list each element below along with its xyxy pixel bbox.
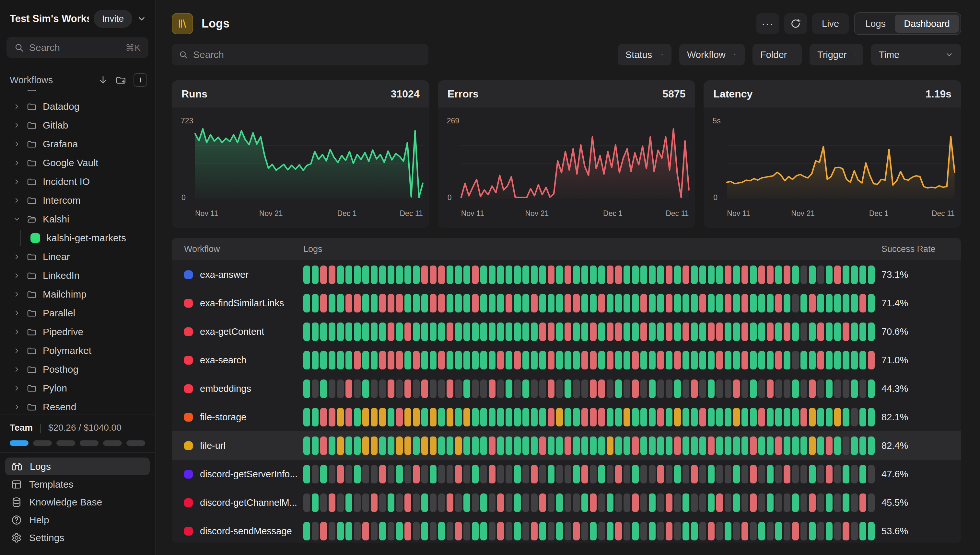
log-bar-success bbox=[868, 522, 875, 541]
log-bar-success bbox=[640, 266, 647, 284]
logs-search[interactable] bbox=[172, 44, 428, 66]
sidebar-workflow-kalshi-get-markets[interactable]: kalshi-get-markets bbox=[0, 229, 155, 247]
workflow-name: exa-findSimilarLinks bbox=[200, 298, 284, 309]
filter-workflow[interactable]: Workflow bbox=[679, 44, 745, 66]
filter-label: Trigger bbox=[817, 50, 847, 60]
log-bar-no-data bbox=[514, 380, 521, 398]
log-bar-success bbox=[480, 408, 487, 427]
sidebar-search-input[interactable]: Search ⌘K bbox=[6, 37, 148, 58]
sidebar-item-help[interactable]: Help bbox=[5, 511, 150, 529]
log-bar-success bbox=[733, 436, 740, 455]
table-row-exa-findsimilarlinks[interactable]: exa-findSimilarLinks71.4% bbox=[172, 289, 961, 317]
log-bar-no-data bbox=[522, 522, 529, 541]
sidebar-folder-linear[interactable]: Linear bbox=[0, 247, 155, 266]
folder-label: Polymarket bbox=[43, 345, 92, 356]
log-bar-success bbox=[505, 436, 512, 455]
log-bar-success bbox=[379, 522, 386, 541]
toggle-option-dashboard[interactable]: Dashboard bbox=[895, 14, 959, 33]
log-bar-error bbox=[666, 322, 673, 341]
search-input[interactable] bbox=[193, 49, 421, 60]
card-header: Errors5875 bbox=[438, 80, 695, 107]
sidebar-folder-clipped[interactable] bbox=[0, 90, 155, 97]
log-bar-success bbox=[632, 294, 639, 313]
log-bar-error bbox=[514, 351, 521, 369]
sidebar-folder-polymarket[interactable]: Polymarket bbox=[0, 341, 155, 360]
refresh-button[interactable] bbox=[784, 13, 807, 34]
table-row-discord-sendmessage[interactable]: discord-sendMessage53.6% bbox=[172, 517, 961, 543]
folder-icon bbox=[27, 195, 37, 205]
log-bar-error bbox=[548, 380, 555, 398]
filter-trigger[interactable]: Trigger bbox=[809, 44, 863, 66]
sidebar-folder-posthog[interactable]: Posthog bbox=[0, 360, 155, 379]
sidebar-folder-gitlab[interactable]: Gitlab bbox=[0, 116, 155, 135]
log-bar-success bbox=[691, 322, 698, 341]
sidebar-folder-pipedrive[interactable]: Pipedrive bbox=[0, 322, 155, 341]
sort-descending-icon[interactable] bbox=[98, 75, 108, 85]
x-axis-ticks: Nov 11Nov 21Dec 1Dec 11 bbox=[461, 209, 689, 219]
log-bar-success bbox=[733, 266, 740, 284]
log-bar-no-data bbox=[497, 465, 504, 483]
log-bar-success bbox=[472, 465, 479, 483]
workflow-color-dot bbox=[184, 299, 193, 308]
log-bar-success bbox=[699, 351, 706, 369]
table-row-discord-getchannelm[interactable]: discord-getChannelM...45.5% bbox=[172, 488, 961, 517]
sidebar-folder-google-vault[interactable]: Google Vault bbox=[0, 154, 155, 172]
log-bar-warning bbox=[362, 408, 369, 427]
sidebar-folder-incident-io[interactable]: Incident IO bbox=[0, 172, 155, 191]
log-bar-success bbox=[346, 266, 352, 284]
log-bar-no-data bbox=[590, 465, 597, 483]
sidebar-folder-intercom[interactable]: Intercom bbox=[0, 191, 155, 210]
log-bar-error bbox=[725, 294, 731, 313]
log-bar-no-data bbox=[851, 494, 858, 512]
chevron-down-icon[interactable] bbox=[137, 14, 146, 24]
tree-guide bbox=[20, 230, 21, 246]
log-bar-no-data bbox=[742, 494, 748, 512]
filter-status[interactable]: Status bbox=[618, 44, 671, 66]
log-bar-success bbox=[463, 436, 470, 455]
workflow-color-dot bbox=[184, 327, 193, 336]
log-bar-no-data bbox=[371, 522, 378, 541]
sidebar-folder-mailchimp[interactable]: Mailchimp bbox=[0, 285, 155, 304]
sidebar-item-logs[interactable]: Logs bbox=[5, 457, 150, 475]
app: Test Sim's Works... Invite Search ⌘K Wor… bbox=[0, 0, 980, 555]
sidebar-item-settings[interactable]: Settings bbox=[5, 529, 150, 547]
sidebar-folder-resend[interactable]: Resend bbox=[0, 398, 155, 414]
workflow-cell: exa-findSimilarLinks bbox=[172, 298, 303, 309]
sidebar-folder-pylon[interactable]: Pylon bbox=[0, 379, 155, 398]
table-row-file-url[interactable]: file-url82.4% bbox=[172, 431, 961, 460]
toggle-option-logs[interactable]: Logs bbox=[856, 14, 895, 33]
log-bar-success bbox=[775, 266, 782, 284]
table-row-exa-search[interactable]: exa-search71.0% bbox=[172, 346, 961, 374]
log-bar-success bbox=[421, 294, 428, 313]
sidebar-folder-kalshi[interactable]: Kalshi bbox=[0, 210, 155, 229]
table-row-file-storage[interactable]: file-storage82.1% bbox=[172, 403, 961, 431]
live-button[interactable]: Live bbox=[812, 13, 849, 34]
sidebar-folder-linkedin[interactable]: LinkedIn bbox=[0, 266, 155, 285]
new-folder-icon[interactable] bbox=[115, 74, 126, 85]
log-bar-error bbox=[346, 408, 352, 427]
sidebar-item-knowledge-base[interactable]: Knowledge Base bbox=[5, 493, 150, 511]
sidebar-folder-parallel[interactable]: Parallel bbox=[0, 304, 155, 322]
sidebar-folder-datadog[interactable]: Datadog bbox=[0, 97, 155, 116]
add-workflow-button[interactable] bbox=[134, 73, 147, 87]
invite-button[interactable]: Invite bbox=[94, 10, 132, 28]
filter-folder[interactable]: Folder bbox=[753, 44, 802, 66]
filter-time[interactable]: Time bbox=[871, 44, 961, 66]
log-bar-no-data bbox=[767, 522, 774, 541]
log-bar-success bbox=[303, 380, 310, 398]
more-options-button[interactable]: ··· bbox=[756, 13, 779, 34]
log-bar-error bbox=[581, 408, 588, 427]
sidebar-folder-grafana[interactable]: Grafana bbox=[0, 135, 155, 154]
table-row-embeddings[interactable]: embeddings44.3% bbox=[172, 374, 961, 403]
log-bar-no-data bbox=[565, 465, 571, 483]
sidebar-item-templates[interactable]: Templates bbox=[5, 475, 150, 493]
filters-row: StatusWorkflowFolderTriggerTime bbox=[618, 44, 961, 66]
table-row-exa-answer[interactable]: exa-answer73.1% bbox=[172, 260, 961, 289]
log-bar-no-data bbox=[573, 494, 580, 512]
log-bar-no-data bbox=[396, 494, 403, 512]
log-bar-no-data bbox=[843, 436, 850, 455]
table-row-exa-getcontent[interactable]: exa-getContent70.6% bbox=[172, 317, 961, 346]
log-bar-no-data bbox=[725, 465, 731, 483]
table-row-discord-getserverinfo[interactable]: discord-getServerInfo...47.6% bbox=[172, 460, 961, 488]
log-bar-success bbox=[674, 294, 681, 313]
